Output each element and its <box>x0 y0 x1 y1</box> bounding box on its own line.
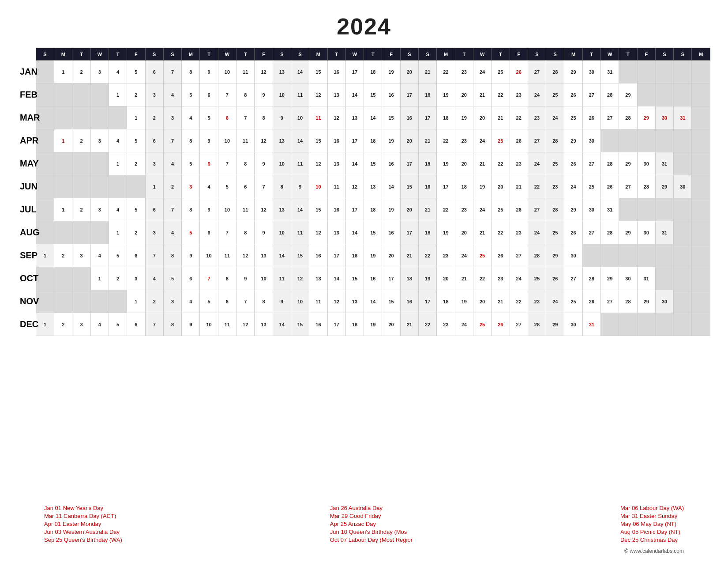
day-cell: 12 <box>291 267 309 290</box>
day-cell: 20 <box>437 267 455 290</box>
holidays-col-2: Jan 26 Australia DayMar 29 Good FridayAp… <box>330 505 413 554</box>
day-cell: 21 <box>419 198 437 221</box>
day-cell <box>674 129 692 152</box>
day-cell <box>72 267 90 290</box>
day-cell: 24 <box>473 129 491 152</box>
day-cell: 6 <box>218 106 236 129</box>
day-cell: 8 <box>182 60 200 83</box>
day-cell: 11 <box>327 175 345 198</box>
day-cell <box>90 106 109 129</box>
day-cell: 6 <box>127 313 145 336</box>
day-cell: 16 <box>364 267 382 290</box>
month-label-nov: NOV <box>18 290 36 313</box>
day-cell <box>692 60 710 83</box>
day-cell: 5 <box>163 267 181 290</box>
day-cell: 21 <box>419 129 437 152</box>
day-cell: 31 <box>655 221 673 244</box>
day-cell: 25 <box>473 313 491 336</box>
day-cell: 11 <box>291 152 309 175</box>
day-cell: 16 <box>327 129 345 152</box>
day-cell: 28 <box>528 313 546 336</box>
day-cell <box>692 129 710 152</box>
day-cell <box>36 129 54 152</box>
day-cell: 1 <box>54 129 72 152</box>
header-S10: S <box>655 48 673 60</box>
day-cell: 20 <box>455 152 473 175</box>
header-F: F <box>127 48 145 60</box>
day-cell <box>692 221 710 244</box>
day-cell: 24 <box>528 152 546 175</box>
day-cell: 6 <box>182 267 200 290</box>
day-cell: 18 <box>419 83 437 106</box>
holiday-item: May 06 May Day (NT) <box>620 521 684 527</box>
day-cell <box>72 290 90 313</box>
month-label-jul: JUL <box>18 198 36 221</box>
holidays-section: Jan 01 New Year's DayMar 11 Canberra Day… <box>44 505 684 554</box>
day-cell: 14 <box>291 60 309 83</box>
day-cell: 16 <box>419 175 437 198</box>
day-cell <box>692 175 710 198</box>
day-cell: 23 <box>510 83 528 106</box>
day-cell: 4 <box>200 175 218 198</box>
month-label-mar: MAR <box>18 106 36 129</box>
day-cell: 15 <box>291 244 309 267</box>
day-cell: 1 <box>54 198 72 221</box>
day-cell: 7 <box>236 290 255 313</box>
day-cell: 26 <box>546 267 564 290</box>
day-cell: 9 <box>236 267 255 290</box>
day-cell: 19 <box>437 152 455 175</box>
footer-row: Jan 01 New Year's DayMar 11 Canberra Day… <box>18 498 710 554</box>
day-cell: 14 <box>382 175 400 198</box>
header-T6: T <box>364 48 382 60</box>
day-cell: 11 <box>218 244 236 267</box>
day-cell: 22 <box>437 129 455 152</box>
day-cell: 2 <box>109 267 127 290</box>
day-cell: 2 <box>145 106 163 129</box>
holidays-col-1: Jan 01 New Year's DayMar 11 Canberra Day… <box>44 505 122 554</box>
header-T10: T <box>619 48 637 60</box>
day-cell: 26 <box>510 198 528 221</box>
day-cell: 7 <box>218 152 236 175</box>
day-cell: 25 <box>492 129 510 152</box>
day-cell <box>674 198 692 221</box>
day-cell: 16 <box>382 83 400 106</box>
day-cell: 31 <box>674 106 692 129</box>
month-label-apr: APR <box>18 129 36 152</box>
holiday-item: Sep 25 Queen's Birthday (WA) <box>44 537 122 543</box>
day-cell: 20 <box>473 106 491 129</box>
day-cell: 3 <box>145 83 163 106</box>
day-cell <box>582 244 600 267</box>
header-row: S M T W T F S S M T W T F S S M T <box>18 48 710 60</box>
day-cell <box>637 60 655 83</box>
day-cell: 12 <box>255 198 273 221</box>
day-cell: 1 <box>127 106 145 129</box>
day-cell: 21 <box>400 244 418 267</box>
holiday-item: Apr 01 Easter Monday <box>44 521 122 527</box>
day-cell <box>36 198 54 221</box>
day-cell: 14 <box>291 129 309 152</box>
holiday-item: Jan 01 New Year's Day <box>44 505 122 511</box>
header-M5: M <box>564 48 582 60</box>
day-cell <box>655 267 673 290</box>
month-label-may: MAY <box>18 152 36 175</box>
day-cell: 14 <box>273 244 291 267</box>
copyright: © www.calendarlabs.com <box>620 548 684 554</box>
day-cell: 23 <box>510 152 528 175</box>
day-cell: 28 <box>528 244 546 267</box>
day-cell: 22 <box>419 244 437 267</box>
day-cell: 19 <box>473 175 491 198</box>
day-cell: 5 <box>127 129 145 152</box>
day-cell: 20 <box>382 244 400 267</box>
day-cell: 3 <box>72 244 90 267</box>
header-M3: M <box>309 48 327 60</box>
day-cell: 8 <box>255 106 273 129</box>
month-label-jun: JUN <box>18 175 36 198</box>
day-cell: 15 <box>291 313 309 336</box>
day-cell: 30 <box>582 60 600 83</box>
day-cell: 9 <box>255 221 273 244</box>
day-cell: 17 <box>345 129 364 152</box>
header-T2: T <box>109 48 127 60</box>
day-cell: 19 <box>419 267 437 290</box>
day-cell <box>674 83 692 106</box>
calendar-table: S M T W T F S S M T W T F S S M T <box>18 48 710 336</box>
